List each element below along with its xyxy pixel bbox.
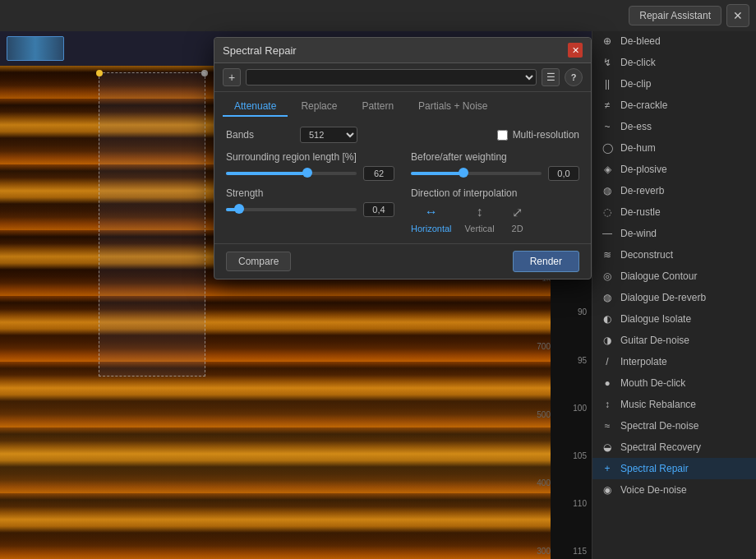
dialog-settings-button[interactable]: ☰ bbox=[542, 68, 560, 86]
direction-btn-horizontal[interactable]: ↔Horizontal bbox=[411, 204, 452, 233]
dialog-preset-select[interactable] bbox=[246, 69, 537, 85]
sidebar-items-list: ⊕De-bleed↯De-click||De-clip≠De-crackle~D… bbox=[592, 30, 756, 559]
render-button[interactable]: Render bbox=[513, 251, 579, 272]
dialog-add-button[interactable]: + bbox=[223, 68, 241, 86]
strength-slider-track[interactable] bbox=[226, 208, 357, 211]
sidebar-item-label-spectral-recovery: Spectral Recovery bbox=[620, 441, 701, 453]
sidebar-item-label-guitar-de-noise: Guitar De-noise bbox=[620, 335, 689, 346]
tab-attenuate[interactable]: Attenuate bbox=[223, 97, 288, 117]
sidebar-item-de-hum[interactable]: ◯De-hum bbox=[592, 137, 756, 159]
freq-db-label-95: 95 bbox=[552, 356, 590, 365]
sidebar-item-de-wind[interactable]: —De-wind bbox=[592, 223, 756, 244]
interpolate-icon: / bbox=[601, 355, 614, 368]
bands-select[interactable]: 641282565121024 bbox=[300, 127, 357, 143]
selection-handle-topleft[interactable] bbox=[96, 70, 103, 76]
sidebar-item-spectral-de-noise[interactable]: ≈Spectral De-noise bbox=[592, 415, 756, 437]
top-icon-button[interactable]: ✕ bbox=[726, 4, 749, 27]
repair-assistant-button[interactable]: Repair Assistant bbox=[629, 6, 721, 25]
surrounding-region-slider-row: 62 bbox=[226, 166, 394, 181]
sidebar-item-de-plosive[interactable]: ◈De-plosive bbox=[592, 159, 756, 180]
freq-hz-label-300: 300 bbox=[521, 547, 554, 556]
sidebar-item-de-crackle[interactable]: ≠De-crackle bbox=[592, 95, 756, 116]
strength-value: 0,4 bbox=[363, 202, 394, 217]
before-after-fill bbox=[411, 172, 463, 175]
surrounding-region-value: 62 bbox=[363, 166, 394, 181]
selection-box[interactable] bbox=[99, 72, 205, 377]
de-rustle-icon: ◌ bbox=[601, 206, 614, 219]
surrounding-region-slider-track[interactable] bbox=[226, 172, 357, 175]
before-after-slider-track[interactable] bbox=[411, 172, 542, 175]
sidebar-item-dialogue-isolate[interactable]: ◐Dialogue Isolate bbox=[592, 308, 756, 330]
right-column: Before/after weighting 0,0 Direction of … bbox=[411, 151, 579, 233]
sidebar-item-de-clip[interactable]: ||De-clip bbox=[592, 73, 756, 95]
dialogue-de-reverb-icon: ◍ bbox=[601, 291, 614, 304]
de-reverb-icon: ◍ bbox=[601, 184, 614, 197]
spectral-repair-dialog: Spectral Repair ✕ + ☰ ? AttenuateReplace… bbox=[214, 37, 592, 280]
sidebar-item-label-dialogue-isolate: Dialogue Isolate bbox=[620, 313, 691, 325]
sidebar-item-mouth-de-click[interactable]: ●Mouth De-click bbox=[592, 372, 756, 394]
tab-partials-plus-noise[interactable]: Partials + Noise bbox=[407, 97, 499, 117]
de-bleed-icon: ⊕ bbox=[601, 35, 614, 48]
de-wind-icon: — bbox=[601, 227, 614, 240]
strength-label: Strength bbox=[226, 187, 394, 199]
direction-label: Direction of interpolation bbox=[411, 187, 579, 199]
before-after-slider-row: 0,0 bbox=[411, 166, 579, 181]
sidebar-item-de-bleed[interactable]: ⊕De-bleed bbox=[592, 30, 756, 52]
music-rebalance-icon: ↕ bbox=[601, 398, 614, 411]
direction-buttons: ↔Horizontal↕Vertical⤢2D bbox=[411, 204, 579, 233]
sidebar-item-label-dialogue-contour: Dialogue Contour bbox=[620, 270, 697, 282]
compare-button[interactable]: Compare bbox=[226, 252, 291, 271]
surrounding-region-handle[interactable] bbox=[302, 168, 312, 178]
dialog-close-button[interactable]: ✕ bbox=[568, 43, 583, 58]
sidebar-item-label-de-clip: De-clip bbox=[620, 78, 651, 90]
sidebar-item-label-de-hum: De-hum bbox=[620, 142, 656, 154]
dialog-content: Bands 641282565121024 Multi-resolution S… bbox=[214, 117, 591, 243]
sidebar-item-de-click[interactable]: ↯De-click bbox=[592, 52, 756, 73]
sidebar-item-voice-de-noise[interactable]: ◉Voice De-noise bbox=[592, 479, 756, 501]
direction-btn-2d[interactable]: ⤢2D bbox=[508, 204, 528, 233]
sidebar-item-music-rebalance[interactable]: ↕Music Rebalance bbox=[592, 394, 756, 415]
dialog-footer: Compare Render bbox=[214, 243, 591, 279]
guitar-de-noise-icon: ◑ bbox=[601, 334, 614, 347]
sidebar-item-dialogue-de-reverb[interactable]: ◍Dialogue De-reverb bbox=[592, 287, 756, 308]
de-click-icon: ↯ bbox=[601, 56, 614, 69]
dialogue-isolate-icon: ◐ bbox=[601, 312, 614, 326]
multi-resolution-checkbox[interactable] bbox=[497, 130, 508, 141]
mouth-de-click-icon: ● bbox=[601, 377, 614, 390]
spectral-de-noise-icon: ≈ bbox=[601, 419, 614, 432]
direction-btn-vertical[interactable]: ↕Vertical bbox=[465, 204, 495, 233]
direction-section: Direction of interpolation ↔Horizontal↕V… bbox=[411, 187, 579, 233]
surrounding-region-section: Surrounding region length [%] 62 bbox=[226, 151, 394, 181]
sidebar-item-deconstruct[interactable]: ≋Deconstruct bbox=[592, 244, 756, 266]
sidebar-item-interpolate[interactable]: /Interpolate bbox=[592, 351, 756, 372]
sidebar-item-spectral-recovery[interactable]: ◒Spectral Recovery bbox=[592, 437, 756, 458]
sidebar-item-label-dialogue-de-reverb: Dialogue De-reverb bbox=[620, 292, 706, 303]
de-crackle-icon: ≠ bbox=[601, 99, 614, 112]
sidebar-item-label-de-bleed: De-bleed bbox=[620, 35, 661, 47]
waveform-thumbnail[interactable] bbox=[7, 36, 64, 61]
direction-label-2d: 2D bbox=[512, 224, 523, 233]
sidebar-item-label-mouth-de-click: Mouth De-click bbox=[620, 377, 685, 389]
strength-handle[interactable] bbox=[234, 204, 244, 214]
freq-db-label-115: 115 bbox=[552, 547, 590, 556]
de-clip-icon: || bbox=[601, 77, 614, 90]
before-after-handle[interactable] bbox=[459, 168, 468, 178]
sidebar-item-label-music-rebalance: Music Rebalance bbox=[620, 399, 696, 410]
sidebar-item-de-reverb[interactable]: ◍De-reverb bbox=[592, 180, 756, 201]
sidebar-item-de-ess[interactable]: ~De-ess bbox=[592, 116, 756, 137]
voice-de-noise-icon: ◉ bbox=[601, 483, 614, 497]
tab-pattern[interactable]: Pattern bbox=[350, 97, 405, 117]
sidebar-item-label-de-crackle: De-crackle bbox=[620, 99, 667, 111]
freq-db-label-100: 100 bbox=[552, 404, 590, 413]
sidebar-item-guitar-de-noise[interactable]: ◑Guitar De-noise bbox=[592, 330, 756, 351]
selection-handle-topright[interactable] bbox=[201, 70, 208, 76]
sidebar-item-spectral-repair[interactable]: +Spectral Repair bbox=[592, 458, 756, 479]
dialog-help-button[interactable]: ? bbox=[565, 68, 583, 86]
tab-replace[interactable]: Replace bbox=[289, 97, 348, 117]
dialog-tabs: AttenuateReplacePatternPartials + Noise bbox=[214, 92, 591, 117]
sidebar-item-dialogue-contour[interactable]: ◎Dialogue Contour bbox=[592, 266, 756, 287]
dialog-toolbar: + ☰ ? bbox=[214, 63, 591, 92]
sidebar-item-de-rustle[interactable]: ◌De-rustle bbox=[592, 201, 756, 223]
sidebar-item-label-spectral-repair: Spectral Repair bbox=[620, 463, 689, 474]
direction-label-horizontal: Horizontal bbox=[411, 224, 452, 233]
